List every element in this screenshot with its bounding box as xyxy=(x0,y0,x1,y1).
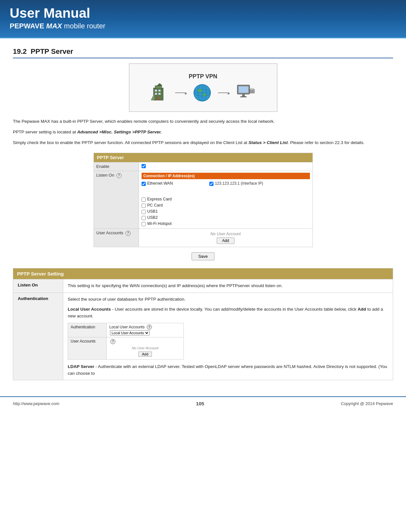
usb1-label: USB1 xyxy=(147,209,158,214)
section-title: 19.2 PPTP Server xyxy=(13,47,393,58)
computer-icon xyxy=(236,83,255,102)
footer-page-number: 105 xyxy=(196,401,204,406)
right-col: 123.123.123.1 (Interface IP) xyxy=(206,180,310,187)
pc-card-row: PC Card xyxy=(142,202,310,208)
enable-checkbox[interactable] xyxy=(142,164,146,168)
user-accounts-label: User Accounts xyxy=(96,230,124,235)
usb2-checkbox[interactable] xyxy=(142,216,146,220)
ethernet-wan-row: Ethernet WAN xyxy=(142,180,206,187)
ethernet-wan-label: Ethernet WAN xyxy=(147,181,173,186)
svg-rect-4 xyxy=(155,93,157,95)
enable-label: Enable xyxy=(94,162,139,171)
enable-value xyxy=(139,162,312,171)
listen-on-setting-text: Listen On xyxy=(18,283,38,287)
mini-no-user-container: No User Account Add xyxy=(109,344,181,358)
ethernet-wan-checkbox[interactable] xyxy=(142,182,146,186)
para3: Simply check the box to enable the PPTP … xyxy=(13,140,393,146)
svg-rect-18 xyxy=(242,94,245,96)
listen-on-help-icon[interactable]: ? xyxy=(116,173,122,178)
mini-auth-label: Authentication xyxy=(68,323,107,337)
pptp-config-table: PPTP Server Enable Listen On ? Connectio… xyxy=(94,153,313,247)
auth-dropdown[interactable]: Local User Accounts xyxy=(110,330,150,335)
add-user-button[interactable]: Add xyxy=(217,237,234,244)
svg-point-14 xyxy=(198,89,202,92)
svg-rect-2 xyxy=(155,90,157,92)
express-card-row: Express Card xyxy=(142,196,310,202)
save-button-container: Save xyxy=(13,252,393,260)
mini-no-user-text: No User Account xyxy=(132,346,159,350)
auth-para1: Select the source of user databases for … xyxy=(68,296,388,303)
user-accounts-value: No User Account Add xyxy=(139,228,312,247)
mini-user-accounts-value: ? No User Account Add xyxy=(107,337,184,359)
subtitle-rest: mobile router xyxy=(62,22,105,30)
listen-on-label: Listen On ? xyxy=(94,171,139,228)
listen-on-setting-value: This setting is for specifying the WAN c… xyxy=(63,279,393,293)
listen-on-description: This setting is for specifying the WAN c… xyxy=(68,283,282,288)
config-table-header: PPTP Server xyxy=(94,153,312,162)
product-max: MAX xyxy=(46,22,62,30)
auth-label-text: Authentication xyxy=(18,296,48,301)
user-accounts-help-icon[interactable]: ? xyxy=(125,231,131,236)
para3-suffix: . Please refer to section 22.3 for detai… xyxy=(288,140,364,145)
arrow-right: ► xyxy=(218,92,229,93)
pc-card-label: PC Card xyxy=(147,203,163,208)
listen-on-setting-label: Listen On xyxy=(13,279,63,293)
mini-user-accounts-label: User Accounts xyxy=(68,337,107,359)
auth-mini-table: Authentication Local User Accounts ? Loc… xyxy=(68,323,184,360)
express-card-checkbox[interactable] xyxy=(142,198,146,202)
save-button[interactable]: Save xyxy=(192,252,215,260)
globe-icon xyxy=(193,83,212,102)
usb1-checkbox[interactable] xyxy=(142,210,146,214)
ldap-label: LDAP Server xyxy=(68,364,94,369)
mini-add-button[interactable]: Add xyxy=(138,352,152,357)
ldap-para: LDAP Server - Authenticate with an exter… xyxy=(68,363,388,377)
user-accounts-label-cell: User Accounts ? xyxy=(94,228,139,247)
pc-card-checkbox[interactable] xyxy=(142,204,146,208)
ip-address-checkbox[interactable] xyxy=(209,182,213,186)
usb1-row: USB1 xyxy=(142,208,310,215)
svg-rect-23 xyxy=(251,88,254,90)
page-footer: http://www.pepwave.com 105 Copyright @ 2… xyxy=(0,396,406,410)
auth-para2: Local User Accounts - User accounts are … xyxy=(68,306,388,320)
auth-setting-value: Select the source of user databases for … xyxy=(63,293,393,380)
listen-on-value: Connection / IP Address(es) Ethernet WAN… xyxy=(139,171,312,228)
building-icon xyxy=(151,83,169,102)
svg-rect-19 xyxy=(240,96,247,97)
svg-point-15 xyxy=(203,93,206,96)
diagram-title: PPTP VPN xyxy=(189,73,217,80)
section-name: PPTP Server xyxy=(31,47,73,55)
auth-setting-label: Authentication xyxy=(13,293,63,380)
svg-rect-22 xyxy=(251,92,254,92)
auth-para2-suffix: - User accounts are stored in the device… xyxy=(111,307,358,312)
page-header: User Manual PEPWAVE MAX mobile router xyxy=(0,0,406,38)
svg-rect-17 xyxy=(239,86,248,93)
main-content: 19.2 PPTP Server PPTP VPN xyxy=(0,38,406,387)
para2-bold: Advanced >Misc. Settings >PPTP Server. xyxy=(77,130,162,134)
pptp-settings-table: PPTP Server Setting Listen On This setti… xyxy=(13,268,393,381)
brand-name: PEPWAVE xyxy=(10,22,44,30)
svg-rect-21 xyxy=(251,91,254,91)
wifi-hotspot-checkbox[interactable] xyxy=(142,222,146,226)
wifi-hotspot-row: Wi-Fi Hotspot xyxy=(142,221,310,227)
pptp-diagram: PPTP VPN xyxy=(129,63,277,112)
express-card-label: Express Card xyxy=(147,197,172,201)
ip-address-row: 123.123.123.1 (Interface IP) xyxy=(209,180,310,187)
listen-on-options: Ethernet WAN 123.123.123.1 (Interface IP… xyxy=(142,180,310,187)
listen-on-text: Listen On xyxy=(96,173,114,178)
auth-add-link: Add xyxy=(358,307,366,312)
usb2-label: USB2 xyxy=(147,215,158,220)
left-col: Ethernet WAN xyxy=(142,180,206,187)
para2-prefix: PPTP server setting is located at xyxy=(13,130,77,134)
connection-header: Connection / IP Address(es) xyxy=(142,173,310,179)
section-number: 19.2 xyxy=(13,47,27,55)
mini-user-help-icon[interactable]: ? xyxy=(110,339,115,344)
svg-rect-3 xyxy=(158,90,161,92)
mini-auth-value: Local User Accounts ? Local User Account… xyxy=(107,323,184,337)
svg-rect-1 xyxy=(155,86,162,89)
footer-url: http://www.pepwave.com xyxy=(13,401,59,406)
ip-address-label: 123.123.123.1 (Interface IP) xyxy=(215,181,263,186)
para3-bold: Status > Client List xyxy=(248,140,288,145)
user-accounts-section: No User Account Add xyxy=(142,230,310,245)
auth-local-accounts-label: Local User Accounts xyxy=(68,307,111,312)
mini-help-icon[interactable]: ? xyxy=(147,324,152,330)
